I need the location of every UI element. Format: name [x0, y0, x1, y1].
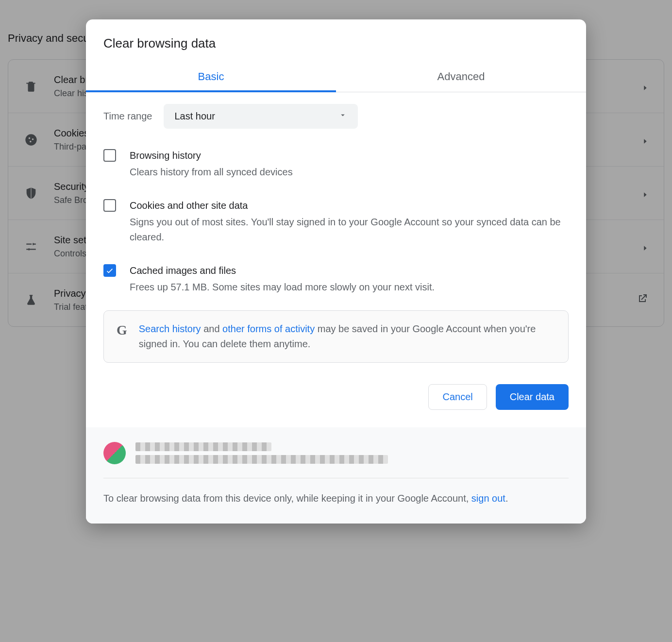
checkbox-cookies[interactable] — [103, 199, 116, 212]
option-cache[interactable]: Cached images and files Frees up 57.1 MB… — [103, 256, 569, 306]
tab-advanced[interactable]: Advanced — [336, 63, 586, 92]
option-title: Browsing history — [130, 148, 293, 163]
checkbox-cache[interactable] — [103, 264, 116, 277]
dialog-footer: To clear browsing data from this device … — [86, 427, 586, 524]
account-row — [103, 442, 569, 478]
info-text: Search history and other forms of activi… — [139, 321, 555, 352]
option-desc: Signs you out of most sites. You'll stay… — [130, 215, 569, 245]
time-range-select[interactable]: Last hour — [164, 104, 358, 129]
google-g-icon: G — [117, 321, 127, 337]
dialog-tabs: Basic Advanced — [86, 63, 586, 92]
clear-data-button[interactable]: Clear data — [496, 384, 569, 410]
option-browsing-history[interactable]: Browsing history Clears history from all… — [103, 141, 569, 191]
dialog-title: Clear browsing data — [86, 19, 586, 63]
time-range-value: Last hour — [174, 111, 215, 122]
google-account-info: G Search history and other forms of acti… — [103, 310, 569, 363]
option-title: Cached images and files — [130, 263, 435, 278]
option-desc: Frees up 57.1 MB. Some sites may load mo… — [130, 280, 435, 295]
checkbox-browsing-history[interactable] — [103, 149, 116, 162]
option-cookies[interactable]: Cookies and other site data Signs you ou… — [103, 191, 569, 256]
dialog-actions: Cancel Clear data — [86, 372, 586, 427]
footer-text: To clear browsing data from this device … — [103, 491, 569, 506]
account-redacted — [135, 442, 388, 464]
time-range-row: Time range Last hour — [103, 104, 569, 129]
link-sign-out[interactable]: sign out — [471, 493, 505, 504]
cancel-button[interactable]: Cancel — [428, 384, 487, 410]
avatar — [103, 442, 126, 464]
time-range-label: Time range — [103, 111, 152, 122]
link-other-activity[interactable]: other forms of activity — [222, 323, 315, 334]
chevron-down-icon — [338, 111, 347, 122]
link-search-history[interactable]: Search history — [139, 323, 201, 334]
tab-basic[interactable]: Basic — [86, 63, 336, 92]
clear-browsing-data-dialog: Clear browsing data Basic Advanced Time … — [86, 19, 586, 524]
option-desc: Clears history from all synced devices — [130, 165, 293, 180]
option-title: Cookies and other site data — [130, 198, 569, 213]
